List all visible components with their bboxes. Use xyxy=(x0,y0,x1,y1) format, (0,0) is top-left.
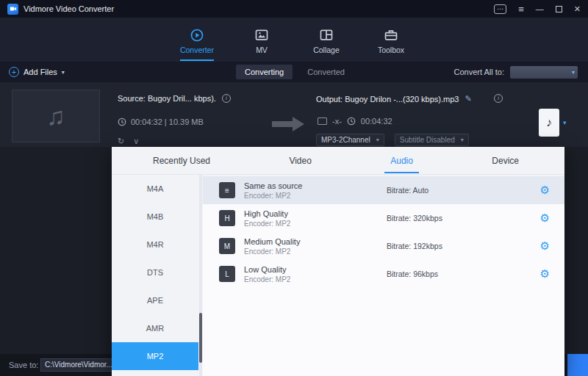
title-bar: Vidmore Video Converter ⋯ ≡ — ✕ xyxy=(0,0,588,18)
sidebar-item-dts[interactable]: DTS xyxy=(112,258,198,286)
tab-recently-used[interactable]: Recently Used xyxy=(150,148,213,173)
format-sidebar: M4A M4B M4R DTS APE AMR MP2 xyxy=(112,175,198,376)
convert-all-to-label: Convert All to: xyxy=(454,68,504,76)
tab-collage-label: Collage xyxy=(313,46,340,54)
gear-icon[interactable]: ⚙ xyxy=(540,239,550,253)
tab-toolbox[interactable]: Toolbox xyxy=(370,25,412,54)
profile-bitrate: Bitrate: 320kbps xyxy=(387,214,442,223)
audio-channel-value: MP3-2Channel xyxy=(321,136,370,144)
convert-all-button[interactable] xyxy=(567,354,588,376)
feedback-icon[interactable]: ⋯ xyxy=(494,4,506,14)
profile-encoder: Encoder: MP2 xyxy=(244,275,391,283)
output-duration-label: 00:04:32 xyxy=(361,117,392,126)
sidebar-item-ape[interactable]: APE xyxy=(112,286,198,314)
app-title: Vidmore Video Converter xyxy=(24,4,114,13)
sidebar-scrollbar-thumb[interactable] xyxy=(199,313,202,363)
profile-badge-icon: H xyxy=(219,210,235,226)
refresh-icon[interactable]: ↻ xyxy=(118,137,124,146)
app-logo-icon xyxy=(7,4,18,15)
tab-collage[interactable]: Collage xyxy=(305,25,348,54)
toolbar: + Add Files ▾ Converting Converted Conve… xyxy=(0,62,588,82)
maximize-button[interactable] xyxy=(556,6,562,12)
subtitle-value: Subtitle Disabled xyxy=(400,136,455,144)
music-note-icon: ♪ xyxy=(546,116,552,129)
format-panel: Recently Used Video Audio Device M4A M4B… xyxy=(112,147,564,376)
format-caret-icon[interactable]: ▾ xyxy=(563,119,567,126)
file-thumbnail: ♫ xyxy=(12,90,100,142)
tab-toolbox-label: Toolbox xyxy=(378,46,404,54)
profile-row-same-as-source[interactable]: ≡ Same as source Encoder: MP2 Bitrate: A… xyxy=(203,176,564,204)
output-info-icon[interactable]: i xyxy=(494,94,503,103)
tab-mv[interactable]: MV xyxy=(240,25,283,54)
tab-converter[interactable]: Converter xyxy=(176,25,218,54)
profile-badge-icon: M xyxy=(219,238,235,254)
save-to-label: Save to: xyxy=(9,361,38,369)
profile-list: ≡ Same as source Encoder: MP2 Bitrate: A… xyxy=(203,176,564,376)
save-path-input[interactable]: C:\Vidmore\Vidmor... xyxy=(40,358,121,372)
profile-bitrate: Bitrate: 192kbps xyxy=(387,242,442,250)
converter-icon xyxy=(189,28,205,43)
profile-row-medium-quality[interactable]: M Medium Quality Encoder: MP2 Bitrate: 1… xyxy=(203,232,564,260)
format-panel-tabs: Recently Used Video Audio Device xyxy=(112,147,564,175)
sidebar-item-m4b[interactable]: M4B xyxy=(112,203,198,231)
duration-size-label: 00:04:32 | 10.39 MB xyxy=(131,118,204,126)
tab-audio[interactable]: Audio xyxy=(387,148,416,173)
info-icon[interactable]: i xyxy=(222,94,231,103)
tab-device[interactable]: Device xyxy=(489,148,522,173)
music-note-icon: ♫ xyxy=(46,102,65,131)
profile-badge-icon: ≡ xyxy=(219,182,235,198)
menu-icon[interactable]: ≡ xyxy=(518,4,524,15)
profile-row-low-quality[interactable]: L Low Quality Encoder: MP2 Bitrate: 96kb… xyxy=(203,260,564,288)
profile-row-high-quality[interactable]: H High Quality Encoder: MP2 Bitrate: 320… xyxy=(203,204,564,232)
profile-bitrate: Bitrate: Auto xyxy=(387,186,429,195)
chevron-down-icon: ▾ xyxy=(572,69,575,76)
profile-bitrate: Bitrate: 96kbps xyxy=(387,270,438,278)
tab-mv-label: MV xyxy=(256,46,268,54)
clock-icon xyxy=(118,118,126,126)
collage-icon xyxy=(318,28,334,43)
collapse-icon[interactable]: ∨ xyxy=(133,137,139,146)
chevron-down-icon: ▾ xyxy=(376,137,379,143)
gear-icon[interactable]: ⚙ xyxy=(540,184,550,197)
profile-encoder: Encoder: MP2 xyxy=(244,220,391,228)
profile-name: Low Quality xyxy=(244,265,391,274)
source-label: Source: Bugoy Dril... kbps). xyxy=(118,94,216,103)
sidebar-item-m4r[interactable]: M4R xyxy=(112,231,198,258)
frame-icon xyxy=(318,118,327,125)
toolbox-icon xyxy=(383,28,399,43)
edit-pencil-icon[interactable]: ✎ xyxy=(465,94,471,104)
arrow-right-icon xyxy=(270,115,307,137)
profile-encoder: Encoder: MP2 xyxy=(244,247,391,256)
profile-name: Medium Quality xyxy=(244,237,391,246)
mv-icon xyxy=(254,28,270,43)
sidebar-item-m4a[interactable]: M4A xyxy=(112,175,198,203)
convert-all-dropdown[interactable]: ▾ xyxy=(510,66,578,79)
audio-channel-dropdown[interactable]: MP3-2Channel ▾ xyxy=(316,134,384,146)
profile-name: Same as source xyxy=(244,181,391,190)
tab-video[interactable]: Video xyxy=(286,148,314,173)
converted-tab[interactable]: Converted xyxy=(300,65,352,79)
sidebar-item-amr[interactable]: AMR xyxy=(112,314,198,342)
profile-badge-icon: L xyxy=(219,266,235,282)
chevron-down-icon: ▾ xyxy=(461,137,464,143)
tab-converter-label: Converter xyxy=(180,46,214,54)
sidebar-item-mp2[interactable]: MP2 xyxy=(112,342,198,370)
output-format-button[interactable]: ♪ xyxy=(539,109,559,137)
converting-tab[interactable]: Converting xyxy=(236,65,293,79)
profile-encoder: Encoder: MP2 xyxy=(244,192,391,200)
subtitle-dropdown[interactable]: Subtitle Disabled ▾ xyxy=(395,134,469,146)
main-nav: Converter MV Collage Toolbox xyxy=(0,18,588,62)
clock-icon xyxy=(347,117,356,126)
resolution-label: -x- xyxy=(332,117,342,126)
profile-name: High Quality xyxy=(244,209,391,218)
file-row: ♫ Source: Bugoy Dril... kbps). i 00:04:3… xyxy=(0,82,588,147)
minimize-button[interactable]: — xyxy=(536,4,544,13)
gear-icon[interactable]: ⚙ xyxy=(540,212,550,225)
gear-icon[interactable]: ⚙ xyxy=(540,267,550,281)
close-button[interactable]: ✕ xyxy=(574,4,581,14)
output-label: Output: Bugoy Drilon -...(320 kbps).mp3 xyxy=(316,95,459,104)
app-window: Vidmore Video Converter ⋯ ≡ — ✕ Converte… xyxy=(0,0,588,376)
